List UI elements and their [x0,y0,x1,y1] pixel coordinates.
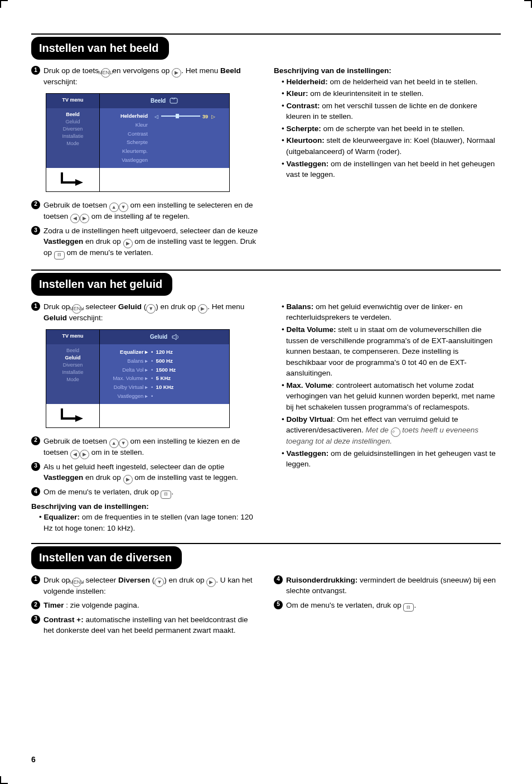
step-number: 1 [31,575,40,584]
step: 1 Druk op MENU, selecteer Diversen (▼) e… [31,575,258,597]
svg-rect-5 [176,114,179,118]
step: 4 Om de menu's te verlaten, druk op ⊟. [31,487,258,498]
step-number: 2 [31,436,40,445]
desc-title: Beschrijving van de instellingen: [274,65,501,76]
list-item: Scherpte: om de scherpte van het beeld i… [282,123,501,134]
menu-icon: MENU [72,578,81,587]
step-number: 4 [31,487,40,496]
step: 2 Gebruik de toetsen ▲▼ om een instellin… [31,200,258,222]
menu-icon: MENU [72,304,81,314]
section-title-diversen: Instellen van de diversen [31,546,182,569]
step-text: Druk op de toets MENU en vervolgens op ▶… [43,65,258,88]
list-item: Vastleggen: om de instellingen van het b… [282,158,501,180]
step-number: 5 [274,600,283,609]
section-title-beeld: Instellen van het beeld [31,37,169,60]
list-item: Vastleggen: om de geluidsinstellingen in… [282,448,501,470]
right-icon: ▶ [198,304,207,314]
page-number: 6 [31,754,36,765]
step-text: Timer : zie volgende pagina. [43,600,258,611]
step-number: 1 [31,302,40,311]
col-left: 1 Druk op de toets MENU en vervolgens op… [31,65,258,262]
list-item: Contrast: om het verschil tussen de lich… [282,100,501,122]
step-text: Ruisonderdrukking: vermindert de beeldru… [286,575,501,597]
list-item: Kleurtoon: stelt de kleurweergave in: Ko… [282,135,501,157]
step-text: Druk op MENU, selecteer Diversen (▼) en … [43,575,258,597]
down-icon: ▼ [146,304,156,314]
step: 3 Als u het geluid heeft ingesteld, sele… [31,461,258,484]
section-title-geluid: Instellen van het geluid [31,273,172,296]
step-text: Als u het geluid heeft ingesteld, select… [43,461,258,484]
step: 2 Gebruik de toetsen ▲▼ om een instellin… [31,436,258,458]
step-text: Contrast +: automatische instelling van … [43,614,258,636]
step: 3 Contrast +: automatische instelling va… [31,614,258,636]
step-number: 1 [31,66,40,75]
menu-arrow [46,404,100,427]
up-icon: ▲ [109,439,119,448]
col-left: 1 Druk op MENU, selecteer Geluid (▼) en … [31,301,258,535]
surround-icon: ✧ [391,427,400,437]
tv-icon [170,98,178,104]
right-icon: ▶ [172,68,181,78]
step-text: Om de menu's te verlaten, druk op ⊟. [43,487,258,498]
list-item: Max. Volume: controleert automatisch het… [282,380,501,413]
list-item: Delta Volume: stelt u in staat om de vol… [282,324,501,379]
down-icon: ▼ [154,578,164,587]
col-right: 4 Ruisonderdrukking: vermindert de beeld… [274,575,501,639]
svg-rect-0 [170,98,177,103]
slider-icon: ◁ 39 ▷ [154,113,216,119]
menu-header-left: TV menu [46,94,100,109]
right-icon: ▶ [123,239,133,248]
right-icon: ▶ [80,450,89,459]
step-number: 2 [31,600,40,609]
exit-icon: ⊟ [161,490,171,499]
list-item: Helderheid: om de helderheid van het bee… [282,76,501,88]
step: 4 Ruisonderdrukking: vermindert de beeld… [274,575,501,597]
menu-header-right: Geluid [100,330,229,345]
menu-icon: MENU [101,68,110,78]
list-item: Equalizer: om de frequenties in te stell… [39,512,258,533]
down-icon: ▼ [119,203,128,212]
svg-text:▷: ▷ [211,114,215,119]
slider-value: 39 [202,114,208,119]
right-icon: ▶ [123,475,133,484]
step-text: Gebruik de toetsen ▲▼ om een instelling … [43,436,258,458]
right-icon: ▶ [206,578,216,587]
step-number: 3 [31,615,40,624]
list-item: Dolby VIrtual: Om het effect van verruim… [282,414,501,447]
exit-icon: ⊟ [403,603,414,612]
menu-right-list: Helderheid ◁ 39 ▷ Kleur Contrast Scherpt… [100,108,229,168]
step-number: 3 [31,226,40,235]
menu-header-left: TV menu [46,330,100,345]
step-text: Zodra u de instellingen heeft uitgevoerd… [43,225,258,258]
section-rule [31,543,501,544]
speaker-icon [171,334,179,340]
exit-icon: ⊟ [54,251,65,259]
step-text: Om de menu's te verlaten, druk op ⊟. [286,600,501,611]
col-left: 1 Druk op MENU, selecteer Diversen (▼) e… [31,575,258,639]
menu-arrow [46,168,100,191]
menu-left-list: Beeld Geluid Diversen Installatie Mode [46,108,100,168]
menu-diagram-geluid: TV menu Geluid Beeld Geluid Diversen Ins… [46,329,230,428]
step-number: 3 [31,462,40,471]
desc-title: Beschrijving van de instellingen: [31,501,258,512]
col-right: Beschrijving van de instellingen: Helder… [274,65,501,262]
step-number: 4 [274,575,283,584]
left-icon: ◀ [70,214,80,223]
section-rule [31,33,501,35]
menu-left-list: Beeld Geluid Diversen Installatie Mode [46,344,100,404]
step: 2 Timer : zie volgende pagina. [31,600,258,611]
menu-header-right: Beeld [100,94,229,109]
section-rule [31,270,501,271]
list-item: Kleur: om de kleurintensiteit in te stel… [282,88,501,99]
svg-text:◁: ◁ [154,114,158,119]
step-text: Druk op MENU, selecteer Geluid (▼) en dr… [43,301,258,324]
menu-right-list: Equalizer ▸• 120 Hz Balans ▸• 500 Hz Del… [100,344,229,404]
step: 1 Druk op de toets MENU en vervolgens op… [31,65,258,88]
left-icon: ◀ [70,450,80,459]
up-icon: ▲ [109,203,119,212]
step: 1 Druk op MENU, selecteer Geluid (▼) en … [31,301,258,324]
col-right: Balans: om het geluid evenwichtig over d… [274,301,501,535]
list-item: Balans: om het geluid evenwichtig over d… [282,301,501,323]
menu-diagram-beeld: TV menu Beeld Beeld Geluid Diversen Inst… [46,93,230,192]
down-icon: ▼ [119,439,128,448]
